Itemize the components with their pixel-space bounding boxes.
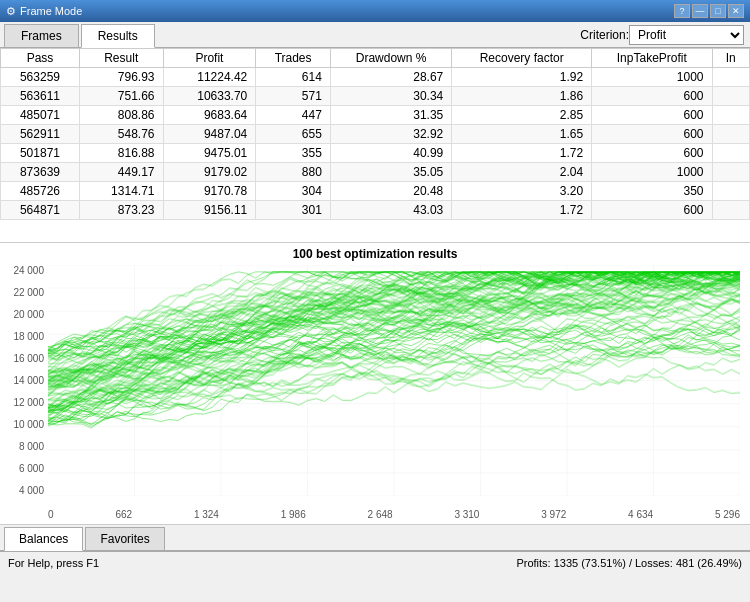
table-cell: 301 bbox=[256, 201, 331, 220]
table-cell bbox=[712, 144, 749, 163]
table-cell: 751.66 bbox=[79, 87, 163, 106]
table-row[interactable]: 4857261314.719170.7830420.483.20350 bbox=[1, 182, 750, 201]
table-cell: 2.85 bbox=[452, 106, 592, 125]
table-cell bbox=[712, 106, 749, 125]
status-bar: For Help, press F1 Profits: 1335 (73.51%… bbox=[0, 551, 750, 573]
tab-results[interactable]: Results bbox=[81, 24, 155, 48]
table-cell: 614 bbox=[256, 68, 331, 87]
table-cell: 447 bbox=[256, 106, 331, 125]
table-cell bbox=[712, 182, 749, 201]
tab-balances[interactable]: Balances bbox=[4, 527, 83, 551]
y-axis-label: 6 000 bbox=[19, 463, 44, 474]
title-bar-controls: ? — □ ✕ bbox=[674, 4, 744, 18]
y-axis-label: 12 000 bbox=[13, 397, 44, 408]
table-cell: 485071 bbox=[1, 106, 80, 125]
table-cell: 873639 bbox=[1, 163, 80, 182]
chart-inner bbox=[48, 265, 740, 496]
results-table-container[interactable]: Pass Result Profit Trades Drawdown % Rec… bbox=[0, 48, 750, 243]
table-cell: 9487.04 bbox=[163, 125, 256, 144]
table-cell: 35.05 bbox=[330, 163, 451, 182]
chart-area: 100 best optimization results 24 00022 0… bbox=[0, 243, 750, 525]
table-cell: 304 bbox=[256, 182, 331, 201]
table-cell: 571 bbox=[256, 87, 331, 106]
table-cell: 796.93 bbox=[79, 68, 163, 87]
table-cell: 3.20 bbox=[452, 182, 592, 201]
table-cell: 548.76 bbox=[79, 125, 163, 144]
y-axis-label: 4 000 bbox=[19, 485, 44, 496]
table-cell: 28.67 bbox=[330, 68, 451, 87]
y-axis-label: 18 000 bbox=[13, 331, 44, 342]
y-axis-label: 16 000 bbox=[13, 353, 44, 364]
table-cell: 600 bbox=[592, 125, 712, 144]
table-cell: 1.92 bbox=[452, 68, 592, 87]
col-profit: Profit bbox=[163, 49, 256, 68]
table-cell: 9170.78 bbox=[163, 182, 256, 201]
table-cell: 563259 bbox=[1, 68, 80, 87]
tab-frames[interactable]: Frames bbox=[4, 24, 79, 47]
table-row[interactable]: 563611751.6610633.7057130.341.86600 bbox=[1, 87, 750, 106]
criterion-select[interactable]: Profit Drawdown % Recovery factor Trades bbox=[629, 25, 744, 45]
table-cell: 9179.02 bbox=[163, 163, 256, 182]
table-cell: 501871 bbox=[1, 144, 80, 163]
table-row[interactable]: 873639449.179179.0288035.052.041000 bbox=[1, 163, 750, 182]
table-row[interactable]: 562911548.769487.0465532.921.65600 bbox=[1, 125, 750, 144]
table-cell bbox=[712, 87, 749, 106]
close-button[interactable]: ✕ bbox=[728, 4, 744, 18]
table-cell: 564871 bbox=[1, 201, 80, 220]
table-cell: 2.04 bbox=[452, 163, 592, 182]
y-axis-label: 22 000 bbox=[13, 287, 44, 298]
table-cell: 10633.70 bbox=[163, 87, 256, 106]
col-in: In bbox=[712, 49, 749, 68]
table-cell: 31.35 bbox=[330, 106, 451, 125]
title-bar-text: Frame Mode bbox=[20, 5, 82, 17]
x-axis-label: 3 972 bbox=[541, 509, 566, 520]
table-cell: 600 bbox=[592, 106, 712, 125]
help-button[interactable]: ? bbox=[674, 4, 690, 18]
table-cell: 40.99 bbox=[330, 144, 451, 163]
table-cell: 32.92 bbox=[330, 125, 451, 144]
x-axis-label: 5 296 bbox=[715, 509, 740, 520]
table-cell: 449.17 bbox=[79, 163, 163, 182]
table-row[interactable]: 564871873.239156.1130143.031.72600 bbox=[1, 201, 750, 220]
stats-text: Profits: 1335 (73.51%) / Losses: 481 (26… bbox=[516, 557, 742, 569]
table-row[interactable]: 485071808.869683.6444731.352.85600 bbox=[1, 106, 750, 125]
table-cell: 350 bbox=[592, 182, 712, 201]
col-drawdown: Drawdown % bbox=[330, 49, 451, 68]
table-cell: 1000 bbox=[592, 68, 712, 87]
table-cell: 880 bbox=[256, 163, 331, 182]
table-cell bbox=[712, 163, 749, 182]
col-inptakeprofit: InpTakeProfit bbox=[592, 49, 712, 68]
table-cell: 9475.01 bbox=[163, 144, 256, 163]
y-axis-label: 8 000 bbox=[19, 441, 44, 452]
minimize-button[interactable]: — bbox=[692, 4, 708, 18]
y-axis-label: 10 000 bbox=[13, 419, 44, 430]
table-cell: 808.86 bbox=[79, 106, 163, 125]
table-row[interactable]: 501871816.889475.0135540.991.72600 bbox=[1, 144, 750, 163]
table-row[interactable]: 563259796.9311224.4261428.671.921000 bbox=[1, 68, 750, 87]
y-axis-label: 20 000 bbox=[13, 309, 44, 320]
chart-title: 100 best optimization results bbox=[0, 243, 750, 261]
table-cell: 1.72 bbox=[452, 144, 592, 163]
col-result: Result bbox=[79, 49, 163, 68]
x-axis-label: 2 648 bbox=[368, 509, 393, 520]
table-cell: 30.34 bbox=[330, 87, 451, 106]
title-bar: ⚙ Frame Mode ? — □ ✕ bbox=[0, 0, 750, 22]
table-cell: 816.88 bbox=[79, 144, 163, 163]
x-axis: 06621 3241 9862 6483 3103 9724 6345 296 bbox=[48, 509, 740, 520]
app-icon: ⚙ bbox=[6, 5, 16, 18]
table-cell: 355 bbox=[256, 144, 331, 163]
table-cell: 1.72 bbox=[452, 201, 592, 220]
table-cell: 600 bbox=[592, 201, 712, 220]
col-recovery: Recovery factor bbox=[452, 49, 592, 68]
tab-favorites[interactable]: Favorites bbox=[85, 527, 164, 550]
y-axis: 24 00022 00020 00018 00016 00014 00012 0… bbox=[0, 265, 48, 496]
table-cell: 43.03 bbox=[330, 201, 451, 220]
table-cell: 873.23 bbox=[79, 201, 163, 220]
table-cell: 655 bbox=[256, 125, 331, 144]
table-cell: 600 bbox=[592, 144, 712, 163]
x-axis-label: 4 634 bbox=[628, 509, 653, 520]
table-cell: 562911 bbox=[1, 125, 80, 144]
table-cell: 20.48 bbox=[330, 182, 451, 201]
maximize-button[interactable]: □ bbox=[710, 4, 726, 18]
table-cell bbox=[712, 68, 749, 87]
